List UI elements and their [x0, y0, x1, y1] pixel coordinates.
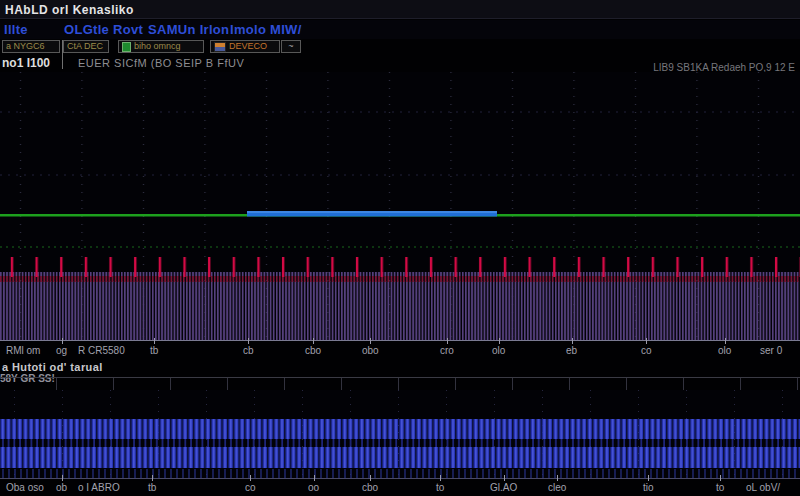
axis-tick-label: olo	[718, 345, 731, 356]
axis-tick-label: Oba oso	[6, 482, 44, 493]
axis-tick-label: tio	[643, 482, 654, 493]
menu-bar: Illte OLGtle Rovt SAMUn Irlon Imolo MIW/	[0, 20, 800, 39]
toolbar-box-more-label: ~	[288, 41, 293, 52]
axis-tick-label: cbo	[305, 345, 321, 356]
axis-tick-label: tb	[150, 345, 158, 356]
axis-tick-label: co	[641, 345, 652, 356]
device-icon	[214, 42, 226, 52]
toolbar-box-4-label: DEVECO	[229, 41, 267, 52]
toolbar-box-1-label: a NYGC6	[6, 41, 45, 52]
spectrum-axis: RMl om og R CR5580 tb cb cbo obo cro olo…	[0, 341, 800, 360]
axis-tick-label: cleo	[548, 482, 566, 493]
axis-tick-label: to	[436, 482, 444, 493]
spectrum-display[interactable]	[0, 72, 800, 342]
axis-tick-label: cb	[243, 345, 254, 356]
menu-item-audio[interactable]: OLGtle Rovt	[64, 22, 143, 37]
axis-tick-label: to	[716, 482, 724, 493]
waveform-display[interactable]	[0, 390, 800, 478]
axis-tick-label: ser 0	[760, 345, 782, 356]
toolbar-divider	[62, 40, 63, 69]
axis-tick-label: tb	[148, 482, 156, 493]
toolbar-box-1[interactable]: a NYGC6	[2, 40, 60, 53]
axis-tick-label: olo	[492, 345, 505, 356]
axis-tick-label: RMl om	[6, 345, 40, 356]
window-title: HAbLD orl Kenasliko	[5, 3, 134, 17]
toolbar-box-2-label: CtA DEC	[67, 41, 103, 52]
menu-item-mode[interactable]: Imolo MIW/	[230, 22, 302, 37]
axis-tick-label: oo	[308, 482, 319, 493]
menu-item-sample[interactable]: SAMUn Irlon	[148, 22, 229, 37]
toolbar-box-2[interactable]: CtA DEC	[63, 40, 109, 53]
toolbar-box-3[interactable]: biho omncg	[118, 40, 204, 53]
toolbar: a NYGC6 CtA DEC biho omncg DEVECO ~	[0, 40, 800, 54]
waveform-axis: Oba oso ob o I ABRO tb co oo cbo to Gl.A…	[0, 478, 800, 496]
window-title-bar[interactable]: HAbLD orl Kenasliko	[0, 0, 800, 19]
application-window: HAbLD orl Kenasliko Illte OLGtle Rovt SA…	[0, 0, 800, 496]
fft-settings-text: EUER SICfM (BO SEIP B FfUV	[78, 57, 244, 69]
toolbar-box-3-label: biho omncg	[134, 41, 181, 52]
waveform-panel-title: a Hutoti od' tarual	[2, 361, 103, 373]
axis-tick-label: og	[56, 345, 67, 356]
axis-tick-label: obo	[362, 345, 379, 356]
axis-tick-label: cro	[440, 345, 454, 356]
axis-tick-label: cbo	[362, 482, 378, 493]
axis-tick-label: eb	[566, 345, 577, 356]
axis-tick-label: R CR5580	[78, 345, 125, 356]
axis-tick-label: o I ABRO	[78, 482, 120, 493]
axis-tick-label: co	[245, 482, 256, 493]
axis-tick-label: oL obV/	[746, 482, 780, 493]
toolbar-box-more-button[interactable]: ~	[281, 40, 301, 53]
waveform-panel-scale-strip	[0, 377, 800, 390]
menu-item-file[interactable]: Illte	[4, 22, 28, 37]
status-readout: no1 I100	[2, 56, 50, 70]
axis-tick-label: Gl.AO	[490, 482, 517, 493]
green-swatch-icon	[122, 42, 131, 52]
axis-tick-label: ob	[56, 482, 67, 493]
toolbar-box-4[interactable]: DEVECO	[210, 40, 280, 53]
